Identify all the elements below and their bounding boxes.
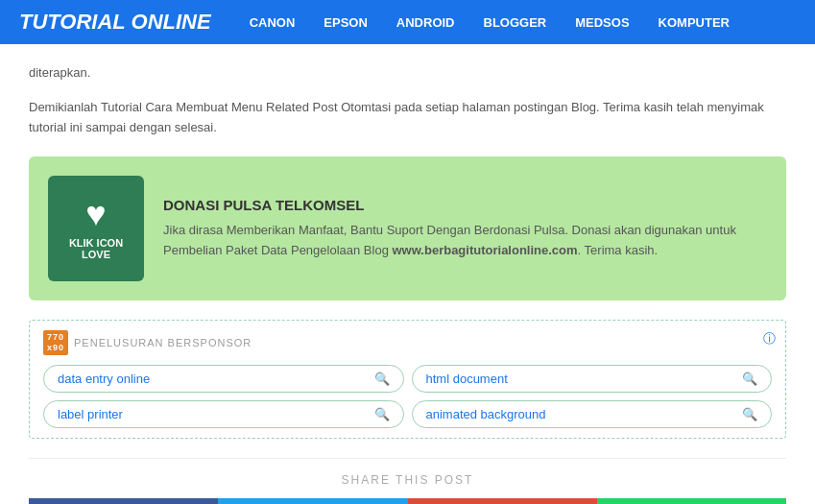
donation-box: ♥ KLIK ICON LOVE DONASI PULSA TELKOMSEL … <box>29 156 786 300</box>
share-google-button[interactable]: G+ <box>408 498 597 504</box>
nav-medsos[interactable]: MEDSOS <box>575 15 629 30</box>
search-item-0[interactable]: data entry online 🔍 <box>43 365 404 393</box>
search-icon-2: 🔍 <box>374 407 390 421</box>
intro-text-1: diterapkan. <box>29 63 786 84</box>
main-content: diterapkan. Demikianlah Tutorial Cara Me… <box>0 44 815 504</box>
nav-komputer[interactable]: KOMPUTER <box>659 15 730 30</box>
search-item-2[interactable]: label printer 🔍 <box>43 400 404 428</box>
search-icon-3: 🔍 <box>742 407 757 421</box>
donation-icon-text: KLIK ICON LOVE <box>69 237 123 260</box>
nav-blogger[interactable]: BLOGGER <box>484 15 547 30</box>
share-label: SHARE THIS POST <box>29 473 786 487</box>
donation-content: DONASI PULSA TELKOMSEL Jika dirasa Membe… <box>163 197 767 261</box>
share-section: SHARE THIS POST f 🐦 G+ 📱 <box>29 458 786 504</box>
donation-icon-button[interactable]: ♥ KLIK ICON LOVE <box>48 176 144 281</box>
donation-text: Jika dirasa Memberikan Manfaat, Bantu Su… <box>163 221 767 261</box>
share-twitter-button[interactable]: 🐦 <box>218 498 407 504</box>
share-whatsapp-button[interactable]: 📱 <box>597 498 786 504</box>
heart-icon: ♥ <box>85 197 106 231</box>
intro-text-2: Demikianlah Tutorial Cara Membuat Menu R… <box>29 98 786 138</box>
nav-android[interactable]: ANDROID <box>396 15 455 30</box>
search-item-3[interactable]: animated background 🔍 <box>412 400 773 428</box>
sponsored-info-icon[interactable]: ⓘ <box>763 330 776 348</box>
donation-title: DONASI PULSA TELKOMSEL <box>163 197 767 213</box>
nav-epson[interactable]: EPSON <box>324 15 368 30</box>
nav-canon[interactable]: CANON <box>250 15 296 30</box>
search-grid: data entry online 🔍 html document 🔍 labe… <box>43 365 772 428</box>
search-icon-1: 🔍 <box>742 372 757 386</box>
search-item-1[interactable]: html document 🔍 <box>412 365 773 393</box>
sponsored-badge: 770 x90 <box>43 330 68 355</box>
site-title[interactable]: TUTORIAL ONLINE <box>19 10 211 35</box>
share-facebook-button[interactable]: f <box>29 498 218 504</box>
share-buttons: f 🐦 G+ 📱 <box>29 498 786 504</box>
search-icon-0: 🔍 <box>374 372 390 386</box>
sponsored-label: 770 x90 PENELUSURAN BERSPONSOR <box>43 330 772 355</box>
sponsored-section: 770 x90 PENELUSURAN BERSPONSOR ⓘ data en… <box>29 320 786 439</box>
header: TUTORIAL ONLINE CANON EPSON ANDROID BLOG… <box>0 0 815 44</box>
main-nav: CANON EPSON ANDROID BLOGGER MEDSOS KOMPU… <box>250 15 730 30</box>
